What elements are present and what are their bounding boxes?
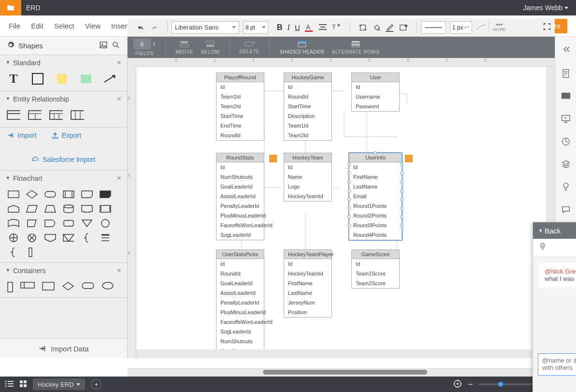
flow-shape[interactable] (80, 203, 94, 214)
line-style[interactable] (421, 21, 446, 34)
line-arrow-icon[interactable] (476, 23, 485, 32)
history-icon[interactable] (561, 137, 571, 148)
container-shape[interactable] (20, 281, 35, 294)
note-shape[interactable] (55, 73, 69, 84)
comments-icon[interactable] (561, 205, 571, 216)
align-icon[interactable] (318, 23, 327, 32)
document-title[interactable]: ERD (21, 4, 523, 12)
zoom-slider[interactable] (479, 383, 537, 385)
er-shape-1[interactable] (7, 110, 20, 120)
flow-shape[interactable] (43, 218, 57, 229)
flow-shape[interactable] (99, 218, 112, 229)
close-icon[interactable]: × (117, 95, 121, 103)
flow-shape[interactable] (7, 189, 20, 200)
page-tab[interactable]: Hockey ERD (33, 378, 85, 390)
block-shape[interactable] (79, 73, 93, 84)
import-data-button[interactable]: Import Data (0, 339, 127, 358)
comment-input[interactable] (538, 353, 576, 376)
canvas[interactable]: PlayoffRound Id Team1Id Team2Id StartTim… (136, 67, 546, 349)
rect-shape[interactable] (31, 73, 44, 84)
alternate-rows[interactable]: ALTERNATE ROWS (332, 40, 379, 55)
fullscreen-icon[interactable] (543, 23, 551, 32)
back-button[interactable]: Back (538, 227, 561, 235)
user-menu[interactable]: James Webb (523, 4, 576, 12)
zoom-out-icon[interactable]: − (468, 379, 473, 390)
cat-flowchart[interactable]: ▼Flowchart× (0, 171, 127, 186)
container-shape[interactable] (7, 281, 14, 294)
er-shape-2[interactable] (28, 110, 42, 120)
container-shape[interactable] (62, 281, 74, 294)
flow-shape[interactable] (43, 203, 57, 214)
delete-row[interactable]: × DELETE (240, 41, 260, 54)
text-shape[interactable]: T (7, 73, 20, 84)
cat-standard[interactable]: ▼Standard× (0, 55, 127, 71)
size-select[interactable]: 8 pt (243, 21, 268, 34)
comment-badge[interactable] (269, 155, 277, 162)
flow-shape[interactable] (80, 232, 94, 243)
underline-icon[interactable]: U (295, 23, 300, 31)
menu-insert[interactable]: Insert (111, 22, 130, 30)
line-width[interactable]: 1 px▲▼ (450, 21, 472, 34)
flow-shape[interactable] (43, 232, 57, 243)
flow-shape[interactable] (25, 203, 39, 214)
image-icon[interactable] (99, 41, 108, 51)
font-select[interactable]: Liberation Sans (172, 21, 239, 34)
add-page-button[interactable]: + (91, 379, 101, 390)
menu-edit[interactable]: Edit (31, 22, 43, 30)
flow-shape[interactable] (99, 232, 112, 243)
collapse-icon[interactable] (555, 42, 576, 57)
erd-gamescore[interactable]: GameScore Id Team1Score Team2Score (351, 249, 400, 289)
flow-shape[interactable] (62, 232, 75, 243)
more-button[interactable]: •••MORE (493, 23, 506, 32)
fill-icon[interactable] (372, 23, 381, 32)
menu-select[interactable]: Select (54, 22, 74, 30)
export-link[interactable]: Export (51, 131, 81, 139)
target-icon[interactable] (453, 379, 462, 390)
flow-shape[interactable] (25, 189, 39, 200)
text-pos-icon[interactable]: T (332, 23, 341, 32)
erd-hockeyteamplayer[interactable]: HockeyTeamPlayer Id HockeyTeamId FirstNa… (284, 249, 332, 318)
italic-icon[interactable]: I (288, 23, 290, 32)
close-icon[interactable]: × (117, 266, 121, 275)
erd-user[interactable]: User Id Username Password (351, 73, 400, 112)
scrollbar-horizontal[interactable] (128, 368, 555, 377)
flow-shape[interactable] (7, 247, 20, 258)
insert-below[interactable]: BELOW (201, 40, 220, 55)
fields-input[interactable] (133, 39, 151, 49)
present-icon[interactable] (561, 114, 571, 125)
flow-shape[interactable] (7, 218, 20, 229)
erd-userstatspicks[interactable]: UserStatsPicks Id RoundId GoalLeaderId A… (216, 249, 264, 349)
salesforce-import[interactable]: Salesforce Import (7, 156, 120, 163)
menu-file[interactable]: File (9, 22, 20, 30)
crop-icon[interactable] (359, 23, 367, 32)
flow-shape[interactable] (7, 203, 20, 214)
er-shape-4[interactable] (71, 110, 84, 120)
shaded-header[interactable]: SHADED HEADER (279, 40, 324, 55)
page-icon[interactable] (561, 69, 571, 80)
redo-icon[interactable] (150, 23, 158, 32)
layers-icon[interactable] (561, 160, 571, 171)
arrow-shape[interactable] (103, 73, 117, 84)
flow-shape[interactable] (99, 189, 112, 200)
er-shape-3[interactable] (49, 110, 63, 120)
shape-opts-icon[interactable] (399, 23, 408, 32)
erd-userinfo[interactable]: UserInfo Id FirstName LastName Email Rou… (349, 153, 402, 240)
container-shape[interactable] (81, 281, 95, 294)
flow-shape[interactable] (43, 189, 57, 200)
comment-badge[interactable] (405, 155, 413, 162)
flow-shape[interactable] (99, 203, 112, 214)
cat-containers[interactable]: ▼Containers× (0, 263, 127, 278)
flow-shape[interactable] (62, 189, 75, 200)
flow-shape[interactable] (80, 189, 94, 200)
search-icon[interactable] (112, 41, 120, 51)
erd-playoffround[interactable]: PlayoffRound Id Team1Id Team2Id StartTim… (216, 73, 264, 141)
text-color-icon[interactable]: A (305, 23, 314, 32)
close-icon[interactable]: × (117, 58, 121, 67)
undo-icon[interactable] (136, 23, 145, 32)
folder-icon[interactable] (0, 0, 21, 15)
flow-shape[interactable] (25, 247, 39, 258)
erd-roundstats[interactable]: RoundStats Id NumShutouts GoalLeaderId A… (216, 153, 264, 240)
fields-tool[interactable]: ▲▼ FIELDS (133, 39, 156, 56)
paint-icon[interactable] (561, 182, 571, 193)
insert-above[interactable]: ABOVE (175, 40, 193, 55)
